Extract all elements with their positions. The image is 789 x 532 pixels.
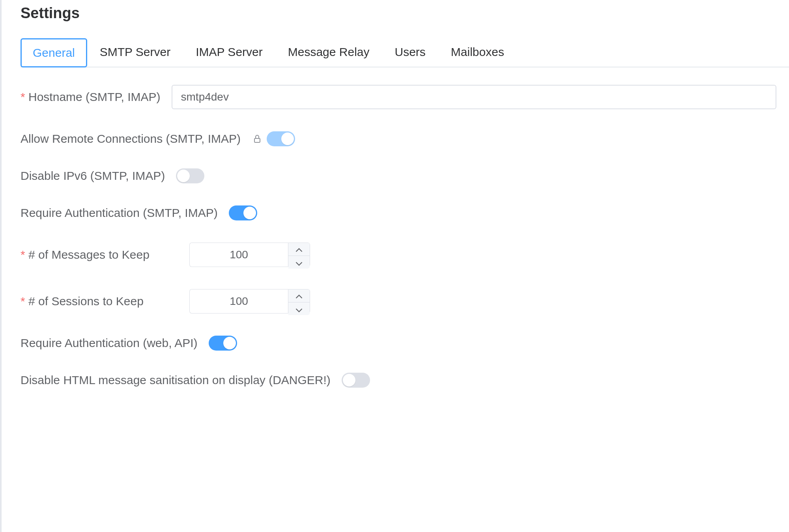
messages-to-keep-steppers	[288, 243, 310, 267]
messages-to-keep-label: # of Messages to Keep	[21, 248, 178, 261]
tab-general[interactable]: General	[21, 38, 87, 67]
settings-tabs: General SMTP Server IMAP Server Message …	[21, 37, 789, 67]
page-title: Settings	[21, 5, 789, 22]
messages-to-keep-step-up[interactable]	[288, 243, 310, 256]
chevron-down-icon	[295, 256, 303, 269]
chevron-up-icon	[295, 289, 303, 302]
messages-to-keep-step-down[interactable]	[288, 256, 310, 269]
require-auth-smtp-imap-label: Require Authentication (SMTP, IMAP)	[21, 206, 218, 220]
sessions-to-keep-step-down[interactable]	[288, 302, 310, 315]
tab-mailboxes[interactable]: Mailboxes	[438, 37, 517, 67]
sessions-to-keep-input[interactable]	[189, 289, 288, 314]
require-auth-smtp-imap-row: Require Authentication (SMTP, IMAP)	[21, 205, 778, 220]
tab-smtp-server[interactable]: SMTP Server	[87, 37, 183, 67]
disable-sanitisation-toggle[interactable]	[342, 373, 370, 388]
sessions-to-keep-label: # of Sessions to Keep	[21, 295, 178, 308]
tab-imap-server[interactable]: IMAP Server	[183, 37, 275, 67]
require-auth-smtp-imap-toggle[interactable]	[229, 205, 257, 220]
disable-ipv6-toggle[interactable]	[176, 168, 204, 183]
disable-ipv6-row: Disable IPv6 (SMTP, IMAP)	[21, 168, 778, 183]
tab-message-relay[interactable]: Message Relay	[275, 37, 382, 67]
svg-rect-0	[254, 138, 260, 142]
require-auth-web-api-toggle[interactable]	[209, 336, 237, 351]
hostname-row: Hostname (SMTP, IMAP)	[21, 85, 778, 109]
hostname-label: Hostname (SMTP, IMAP)	[21, 90, 161, 104]
require-auth-web-api-label: Require Authentication (web, API)	[21, 336, 198, 350]
allow-remote-row: Allow Remote Connections (SMTP, IMAP)	[21, 131, 778, 146]
general-form: Hostname (SMTP, IMAP) Allow Remote Conne…	[21, 85, 778, 388]
disable-sanitisation-row: Disable HTML message sanitisation on dis…	[21, 373, 778, 388]
messages-to-keep-row: # of Messages to Keep	[21, 243, 778, 267]
chevron-up-icon	[295, 243, 303, 256]
chevron-down-icon	[295, 302, 303, 315]
allow-remote-toggle[interactable]	[267, 131, 295, 146]
disable-ipv6-label: Disable IPv6 (SMTP, IMAP)	[21, 169, 165, 183]
tab-users[interactable]: Users	[382, 37, 438, 67]
sessions-to-keep-step-up[interactable]	[288, 289, 310, 302]
hostname-input[interactable]	[172, 85, 776, 109]
disable-sanitisation-label: Disable HTML message sanitisation on dis…	[21, 373, 331, 387]
sessions-to-keep-steppers	[288, 289, 310, 314]
require-auth-web-api-row: Require Authentication (web, API)	[21, 336, 778, 351]
sessions-to-keep-row: # of Sessions to Keep	[21, 289, 778, 314]
allow-remote-label: Allow Remote Connections (SMTP, IMAP)	[21, 132, 241, 146]
lock-icon	[252, 133, 263, 144]
messages-to-keep-input[interactable]	[189, 243, 288, 267]
